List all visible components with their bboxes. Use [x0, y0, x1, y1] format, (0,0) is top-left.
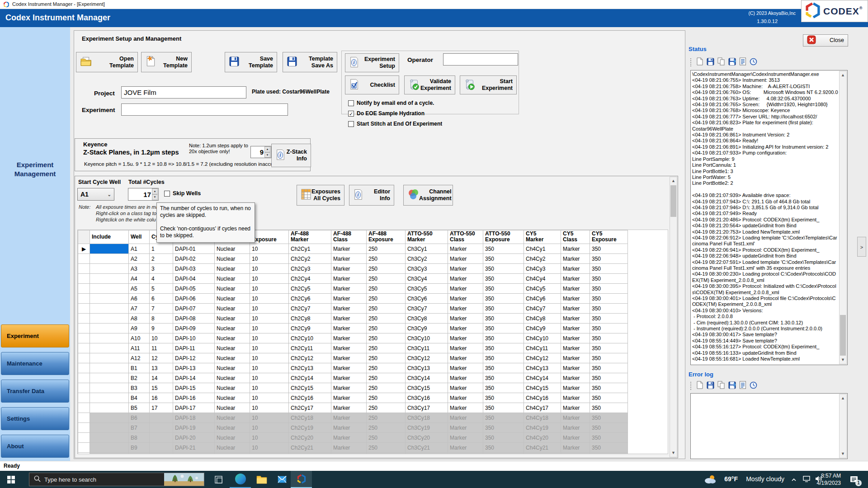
row-selector[interactable]: [78, 254, 90, 264]
cell-exposure[interactable]: 350: [483, 264, 524, 274]
row-selector[interactable]: [78, 383, 90, 393]
cell-class[interactable]: Marker: [448, 274, 483, 284]
row-selector[interactable]: [78, 403, 90, 413]
table-row[interactable]: A1212DAPI-12Nuclear10Ch2Cy12Marker250Ch3…: [78, 353, 628, 363]
validate-experiment-button[interactable]: Validate Experiment: [404, 75, 455, 94]
cell-class[interactable]: Marker: [448, 304, 483, 314]
cell-exposure[interactable]: 10: [250, 343, 289, 353]
project-input[interactable]: [121, 86, 246, 99]
cell-exposure[interactable]: 350: [590, 314, 628, 324]
cell-exposure[interactable]: 350: [483, 333, 524, 343]
table-row[interactable]: B416DAPI-16Nuclear10Ch2Cy16Marker250Ch3C…: [78, 393, 628, 403]
table-row[interactable]: B113DAPI-13Nuclear10Ch2Cy13Marker250Ch3C…: [78, 363, 628, 373]
save-template-button[interactable]: Save Template: [225, 52, 277, 72]
cell-marker[interactable]: Ch4Cy3: [524, 264, 561, 274]
row-selector[interactable]: [78, 363, 90, 373]
column-header-af-488-class[interactable]: AF-488Class: [331, 230, 367, 244]
upload-log-icon[interactable]: [728, 58, 736, 67]
cell-marker[interactable]: Ch2Cy7: [289, 304, 331, 314]
include-cell[interactable]: [90, 244, 129, 254]
cell-marker[interactable]: DAPI-16: [173, 393, 215, 403]
cell-class[interactable]: Nuclear: [215, 254, 250, 264]
cell-cycle[interactable]: 1: [150, 244, 173, 254]
include-cell[interactable]: [90, 423, 129, 433]
cell-exposure[interactable]: 10: [250, 353, 289, 363]
experiment-setup-button[interactable]: i Experiment Setup: [345, 53, 399, 72]
cell-class[interactable]: Nuclear: [215, 314, 250, 324]
row-selector[interactable]: [78, 294, 90, 304]
cell-class[interactable]: Marker: [561, 274, 590, 284]
cell-exposure[interactable]: 350: [590, 343, 628, 353]
cell-marker[interactable]: DAPI-10: [173, 333, 215, 343]
cell-exposure[interactable]: 350: [590, 363, 628, 373]
scroll-up-icon[interactable]: ▲: [840, 71, 846, 79]
table-row[interactable]: A55DAPI-05Nuclear10Ch2Cy5Marker250Ch3Cy5…: [78, 284, 628, 294]
cell-exposure[interactable]: 250: [367, 294, 406, 304]
spin-down-icon[interactable]: ▼: [152, 194, 158, 200]
table-row[interactable]: A77DAPI-07Nuclear10Ch2Cy7Marker250Ch3Cy7…: [78, 304, 628, 314]
cell-class[interactable]: Nuclear: [215, 403, 250, 413]
cell-cycle[interactable]: 7: [150, 304, 173, 314]
cell-exposure[interactable]: 10: [250, 284, 289, 294]
cell-exposure[interactable]: 350: [590, 403, 628, 413]
cell-class[interactable]: Nuclear: [215, 353, 250, 363]
experiment-input[interactable]: [121, 103, 288, 116]
cell-exposure[interactable]: 350: [590, 254, 628, 264]
cell-well[interactable]: A11: [129, 343, 150, 353]
template-save-as-button[interactable]: Template Save As: [283, 52, 337, 72]
checkbox-start-stitch-at[interactable]: Start Stitch at End Of Experiment: [348, 121, 442, 127]
new-template-button[interactable]: New Template: [141, 52, 192, 72]
cell-well[interactable]: B4: [129, 393, 150, 403]
cell-exposure[interactable]: 250: [367, 363, 406, 373]
new-log-icon[interactable]: [696, 57, 703, 67]
include-cell[interactable]: [90, 433, 129, 443]
cell-exposure[interactable]: 350: [483, 284, 524, 294]
cell-well[interactable]: A1: [129, 244, 150, 254]
cell-well[interactable]: B1: [129, 363, 150, 373]
cell-class[interactable]: Marker: [561, 403, 590, 413]
row-selector[interactable]: [78, 453, 90, 455]
file-explorer-icon[interactable]: [251, 471, 272, 488]
cell-marker[interactable]: Ch4Cy4: [524, 274, 561, 284]
cell-class[interactable]: Nuclear: [215, 373, 250, 383]
scroll-up-icon[interactable]: ▲: [670, 177, 677, 185]
cell-exposure[interactable]: 250: [367, 343, 406, 353]
weather-desc[interactable]: Mostly cloudy: [746, 475, 784, 483]
codex-app-icon[interactable]: [291, 471, 312, 488]
tray-clock[interactable]: 8:57 AM 4/19/2023: [817, 472, 841, 487]
cell-exposure[interactable]: 350: [590, 383, 628, 393]
cell-exposure[interactable]: 250: [367, 333, 406, 343]
cell-class[interactable]: Marker: [561, 264, 590, 274]
cell-class[interactable]: Marker: [331, 403, 367, 413]
table-row[interactable]: B214DAPI-14Nuclear10Ch2Cy14Marker250Ch3C…: [78, 373, 628, 383]
include-cell[interactable]: [90, 413, 129, 423]
cell-class[interactable]: Marker: [561, 304, 590, 314]
cell-exposure[interactable]: 350: [590, 353, 628, 363]
cell-class[interactable]: Marker: [448, 264, 483, 274]
close-button[interactable]: Close: [803, 34, 848, 47]
cell-class[interactable]: Marker: [561, 363, 590, 373]
table-row[interactable]: A44DAPI-04Nuclear10Ch2Cy4Marker250Ch3Cy4…: [78, 274, 628, 284]
cell-class[interactable]: Marker: [561, 373, 590, 383]
cell-cycle[interactable]: 9: [150, 324, 173, 333]
cell-class[interactable]: Marker: [561, 244, 590, 254]
cell-class[interactable]: Marker: [448, 324, 483, 333]
cell-marker[interactable]: Ch2Cy14: [289, 373, 331, 383]
error-log-box[interactable]: ▲ ▼: [690, 393, 848, 459]
cell-marker[interactable]: Ch2Cy13: [289, 363, 331, 373]
sidebar-item-maintenance[interactable]: Maintenance: [1, 352, 69, 375]
checkbox-checked-icon[interactable]: ✓: [348, 111, 354, 117]
include-cell[interactable]: [90, 453, 129, 455]
cell-exposure[interactable]: 250: [367, 284, 406, 294]
cell-cycle[interactable]: 11: [150, 343, 173, 353]
cell-class[interactable]: Marker: [448, 244, 483, 254]
cell-exposure[interactable]: 250: [367, 244, 406, 254]
cell-class[interactable]: Marker: [331, 294, 367, 304]
cell-marker[interactable]: DAPI-01: [173, 244, 215, 254]
include-cell[interactable]: [90, 403, 129, 413]
cell-marker[interactable]: Ch2Cy15: [289, 383, 331, 393]
cell-marker[interactable]: Ch2Cy1: [289, 244, 331, 254]
column-header-exposure[interactable]: Exposure: [250, 230, 289, 244]
cell-marker[interactable]: Ch2Cy2: [289, 254, 331, 264]
weather-temp[interactable]: 69°F: [724, 475, 738, 483]
